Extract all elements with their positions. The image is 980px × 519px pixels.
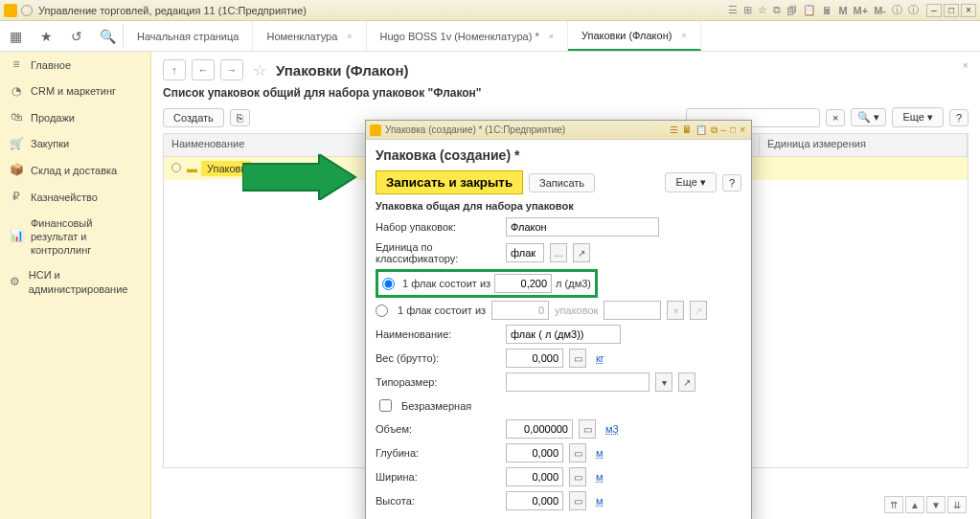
- set-input[interactable]: [506, 217, 659, 237]
- open-button: ↗: [690, 301, 707, 320]
- radio2-label: 1 флак состоит из: [398, 305, 486, 316]
- sidebar-item-admin[interactable]: ⚙НСИ и администрирование: [0, 262, 150, 302]
- m-plus-button[interactable]: М+: [854, 5, 869, 16]
- sidebar-item-finance[interactable]: 📊Финансовый результат и контроллинг: [0, 211, 150, 263]
- dimless-checkbox[interactable]: [379, 399, 392, 412]
- weight-unit-link[interactable]: кг: [596, 352, 604, 364]
- tool-icon[interactable]: ☰: [670, 124, 678, 135]
- info-icon[interactable]: ⓘ: [892, 3, 902, 17]
- radio2[interactable]: [376, 305, 388, 317]
- radio1-highlight: 1 флак состоит из л (дм3): [376, 269, 598, 298]
- tool-icon[interactable]: ☆: [758, 4, 767, 16]
- apps-icon[interactable]: ▦: [0, 21, 31, 51]
- nav-up-button[interactable]: ▲: [905, 496, 924, 513]
- info-icon[interactable]: ⓘ: [908, 3, 919, 17]
- calc-button[interactable]: ▭: [569, 467, 586, 486]
- col-unit[interactable]: Единица измерения: [760, 134, 968, 156]
- maximize-button[interactable]: □: [944, 4, 959, 17]
- dropdown-button: ▾: [667, 301, 684, 320]
- help-button[interactable]: ?: [722, 174, 741, 192]
- depth-unit-link[interactable]: м: [596, 447, 604, 459]
- sidebar-item-treasury[interactable]: ₽Казначейство: [0, 184, 150, 211]
- m-minus-button[interactable]: М-: [874, 5, 886, 16]
- radio1-value-input[interactable]: [494, 274, 552, 293]
- minimize-button[interactable]: –: [721, 124, 727, 135]
- tool-icon[interactable]: 📋: [803, 4, 816, 16]
- sidebar-item-main[interactable]: ≡Главное: [0, 52, 150, 79]
- name-input[interactable]: [506, 325, 621, 344]
- nav-last-button[interactable]: ⇊: [947, 496, 967, 513]
- calc-button[interactable]: ▭: [569, 349, 586, 368]
- tool-icon[interactable]: 🖩: [822, 5, 832, 16]
- height-input[interactable]: [506, 491, 563, 510]
- select-button[interactable]: …: [550, 243, 567, 262]
- calc-button[interactable]: ▭: [579, 419, 596, 439]
- nav-down-button[interactable]: ▼: [926, 496, 946, 513]
- page-close-button[interactable]: ×: [963, 59, 969, 71]
- calc-button[interactable]: ▭: [569, 491, 586, 510]
- search-button[interactable]: 🔍 ▾: [851, 108, 886, 126]
- classifier-input[interactable]: [506, 243, 544, 262]
- create-button[interactable]: Создать: [163, 108, 224, 127]
- save-button[interactable]: Записать: [529, 173, 595, 192]
- tool-icon[interactable]: ⧉: [711, 124, 718, 136]
- label-height: Высота:: [376, 495, 500, 507]
- size-input[interactable]: [506, 372, 650, 392]
- tool-icon[interactable]: ⧉: [773, 4, 781, 16]
- save-close-button[interactable]: Записать и закрыть: [376, 170, 523, 194]
- sidebar-item-label: Главное: [31, 58, 71, 72]
- volume-input[interactable]: [506, 419, 573, 439]
- history-icon[interactable]: ↺: [61, 21, 92, 51]
- tab-home[interactable]: Начальная страница: [124, 21, 253, 51]
- nav-first-button[interactable]: ⇈: [884, 496, 903, 513]
- minimize-button[interactable]: –: [926, 4, 942, 17]
- sidebar: ≡Главное ◔CRM и маркетинг 🛍Продажи 🛒Заку…: [0, 52, 151, 519]
- favorite-icon[interactable]: ☆: [253, 61, 266, 79]
- open-button[interactable]: ↗: [678, 372, 695, 392]
- tool-icon[interactable]: 🖩: [682, 124, 692, 135]
- tab-nomenclature[interactable]: Номенклатура×: [253, 21, 366, 51]
- forward-button[interactable]: →: [220, 59, 243, 80]
- height-unit-link[interactable]: м: [596, 495, 604, 507]
- sidebar-item-crm[interactable]: ◔CRM и маркетинг: [0, 79, 150, 105]
- more-button[interactable]: Еще ▾: [665, 172, 716, 192]
- tool-icon[interactable]: ☰: [728, 4, 738, 16]
- back-button[interactable]: ←: [192, 59, 215, 80]
- width-input[interactable]: [506, 467, 563, 486]
- tab-packaging[interactable]: Упаковки (Флакон)×: [568, 21, 701, 51]
- purchases-icon: 🛒: [10, 137, 23, 152]
- tool-icon[interactable]: 📋: [695, 124, 707, 135]
- close-button[interactable]: ×: [961, 4, 976, 17]
- close-icon[interactable]: ×: [681, 31, 686, 40]
- tab-hugo-boss[interactable]: Hugo BOSS 1v (Номенклатура) *×: [367, 21, 568, 51]
- search-icon[interactable]: 🔍: [92, 21, 123, 51]
- dropdown-button[interactable]: ▾: [655, 372, 672, 392]
- copy-button[interactable]: ⎘: [230, 109, 250, 126]
- more-button[interactable]: Еще ▾: [892, 107, 943, 127]
- weight-input[interactable]: [506, 349, 563, 368]
- up-button[interactable]: ↑: [163, 59, 186, 80]
- maximize-button[interactable]: □: [730, 124, 736, 135]
- close-button[interactable]: ×: [740, 124, 745, 135]
- clear-search-button[interactable]: ×: [826, 109, 845, 126]
- help-button[interactable]: ?: [949, 109, 969, 126]
- modal-titlebar[interactable]: Упаковка (создание) * (1С:Предприятие) ☰…: [366, 121, 751, 140]
- radio1-label: 1 флак состоит из: [402, 278, 490, 289]
- page-subtitle: Список упаковок общий для набора упаково…: [163, 86, 969, 100]
- m-button[interactable]: М: [838, 5, 847, 16]
- width-unit-link[interactable]: м: [596, 471, 604, 483]
- favorites-icon[interactable]: ★: [31, 21, 61, 51]
- sidebar-item-purchases[interactable]: 🛒Закупки: [0, 131, 150, 158]
- tool-icon[interactable]: 🗐: [786, 5, 797, 16]
- sidebar-item-warehouse[interactable]: 📦Склад и доставка: [0, 157, 150, 184]
- depth-input[interactable]: [506, 443, 563, 463]
- open-button[interactable]: ↗: [573, 243, 590, 262]
- tool-icon[interactable]: ⊞: [743, 4, 752, 16]
- sidebar-item-sales[interactable]: 🛍Продажи: [0, 104, 150, 131]
- radio1[interactable]: [382, 278, 395, 290]
- close-icon[interactable]: ×: [347, 32, 352, 41]
- calc-button[interactable]: ▭: [569, 443, 586, 463]
- volume-unit-link[interactable]: м3: [605, 423, 619, 435]
- titlebar-tools: ☰ ⊞ ☆ ⧉ 🗐 📋 🖩 М М+ М- ⓘ ⓘ: [728, 3, 919, 17]
- close-icon[interactable]: ×: [549, 32, 554, 41]
